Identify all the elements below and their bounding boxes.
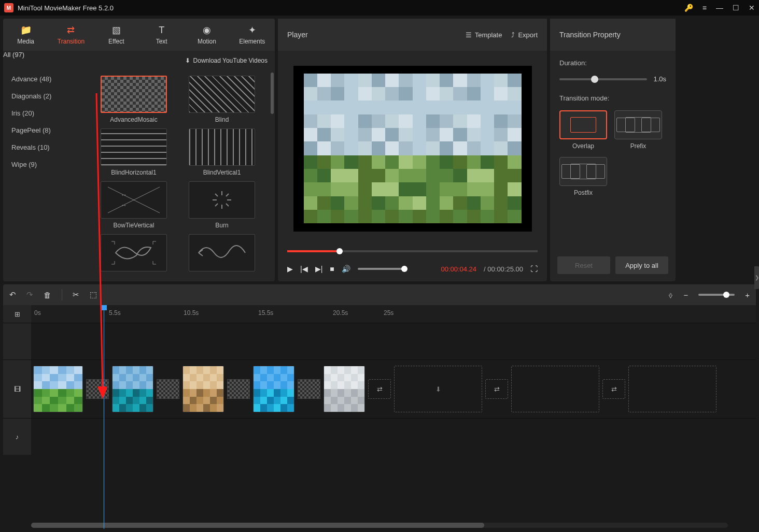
- transition-item[interactable]: [189, 234, 255, 271]
- mode-prefix[interactable]: [614, 110, 662, 139]
- duration-slider[interactable]: [559, 78, 647, 80]
- transition-slot[interactable]: [86, 379, 109, 399]
- transition-slot[interactable]: [298, 379, 320, 399]
- scrub-bar[interactable]: [278, 246, 547, 256]
- add-track-button[interactable]: ⊞: [3, 305, 31, 323]
- undo-button[interactable]: ↶: [9, 290, 16, 299]
- clip[interactable]: [33, 366, 83, 412]
- svg-text:↔: ↔: [121, 191, 127, 198]
- transition-bowtievertical[interactable]: ↔↔: [101, 181, 167, 219]
- overlay-track-icon: [3, 323, 31, 360]
- stop-button[interactable]: ■: [330, 265, 334, 273]
- time-ruler[interactable]: 0s 5.5s 10.5s 15.5s 20.5s 25s: [31, 305, 756, 323]
- tab-media[interactable]: 📁Media: [3, 19, 48, 51]
- transition-blind[interactable]: [189, 76, 255, 113]
- video-track-icon: 🎞: [3, 360, 31, 418]
- horizontal-scrollbar[interactable]: [31, 523, 728, 528]
- property-panel: Transition Property Duration: 1.0s Trans…: [550, 19, 676, 281]
- category-wipe[interactable]: Wipe (9): [3, 156, 81, 173]
- clip[interactable]: [324, 366, 365, 412]
- svg-text:↔: ↔: [121, 202, 127, 209]
- category-all[interactable]: All (97): [3, 51, 81, 70]
- drop-zone[interactable]: [628, 366, 716, 412]
- category-iris[interactable]: Iris (20): [3, 105, 81, 122]
- fullscreen-button[interactable]: ⛶: [530, 265, 538, 273]
- download-youtube-link[interactable]: ⬇Download YouTube Videos: [81, 51, 275, 70]
- apply-all-button[interactable]: Apply to all: [615, 256, 668, 274]
- transition-slot[interactable]: [157, 379, 179, 399]
- play-button[interactable]: ▶: [287, 265, 293, 273]
- tab-motion[interactable]: ◉Motion: [184, 19, 229, 51]
- scrollbar[interactable]: [271, 73, 274, 114]
- delete-button[interactable]: 🗑: [44, 291, 51, 299]
- transition-placeholder[interactable]: ⇄: [485, 379, 508, 399]
- zoom-in-button[interactable]: +: [745, 291, 750, 299]
- prev-frame-button[interactable]: |◀: [300, 265, 308, 273]
- transition-item[interactable]: [101, 234, 167, 271]
- category-pagepeel[interactable]: PagePeel (8): [3, 122, 81, 139]
- snap-icon[interactable]: ⎀: [668, 291, 673, 299]
- transition-placeholder[interactable]: ⇄: [602, 379, 625, 399]
- category-advance[interactable]: Advance (48): [3, 70, 81, 88]
- clip[interactable]: [112, 366, 153, 412]
- transition-grid: AdvancedMosaic Blind BlindHorizontal1 Bl…: [81, 70, 275, 281]
- category-list: Advance (48) Diagonals (2) Iris (20) Pag…: [3, 70, 81, 281]
- playhead[interactable]: [104, 305, 104, 529]
- property-title: Transition Property: [550, 19, 676, 51]
- volume-slider[interactable]: [358, 268, 404, 270]
- transition-blindvertical1[interactable]: [189, 128, 255, 166]
- next-frame-button[interactable]: ▶|: [315, 265, 323, 273]
- tab-label: Media: [17, 38, 34, 45]
- tab-transition[interactable]: ⇄Transition: [48, 19, 93, 51]
- tab-label: Text: [156, 38, 167, 45]
- volume-icon[interactable]: 🔊: [342, 265, 350, 273]
- tab-text[interactable]: TText: [139, 19, 184, 51]
- zoom-slider[interactable]: [698, 294, 735, 296]
- clip[interactable]: [253, 366, 294, 412]
- minimize-button[interactable]: —: [716, 4, 723, 12]
- app-logo-icon: M: [4, 3, 13, 12]
- transition-blindhorizontal1[interactable]: [101, 128, 167, 166]
- tab-elements[interactable]: ✦Elements: [230, 19, 275, 51]
- player-panel: Player ☰Template ⤴Export ▶ |◀ ▶| ■ 🔊 00:…: [278, 19, 547, 281]
- thumb-label: BowTieVertical: [114, 222, 154, 229]
- category-diagonals[interactable]: Diagonals (2): [3, 88, 81, 105]
- mode-postfix[interactable]: [559, 157, 607, 186]
- duration-value: 1.0s: [653, 75, 666, 83]
- zoom-out-button[interactable]: −: [683, 291, 688, 299]
- tab-effect[interactable]: ▧Effect: [94, 19, 139, 51]
- folder-icon: 📁: [20, 24, 32, 36]
- mode-overlap[interactable]: [559, 110, 607, 139]
- upload-icon: ⤴: [511, 31, 515, 39]
- transition-slot[interactable]: [227, 379, 250, 399]
- panel-collapse-button[interactable]: ❯: [754, 266, 759, 289]
- export-button[interactable]: ⤴Export: [511, 31, 538, 39]
- key-icon[interactable]: 🔑: [684, 4, 693, 12]
- transition-placeholder[interactable]: ⇄: [368, 379, 391, 399]
- btn-label: Export: [518, 31, 538, 39]
- maximize-button[interactable]: ☐: [733, 4, 739, 12]
- timeline: ⊞ 0s 5.5s 10.5s 15.5s 20.5s 25s 🎞 ⇄ ⬇ ⇄ …: [3, 305, 756, 529]
- drop-zone[interactable]: ⬇: [394, 366, 482, 412]
- close-button[interactable]: ✕: [749, 4, 755, 12]
- scrub-handle[interactable]: [336, 248, 343, 254]
- crop-button[interactable]: ⬚: [90, 290, 97, 299]
- clip[interactable]: [182, 366, 224, 412]
- time-current: 00:00:04.24: [441, 265, 476, 273]
- hamburger-menu-icon[interactable]: ≡: [702, 4, 707, 12]
- reset-button[interactable]: Reset: [557, 256, 610, 274]
- transition-burn[interactable]: [189, 181, 255, 219]
- template-button[interactable]: ☰Template: [466, 31, 502, 39]
- split-button[interactable]: ✂: [73, 290, 79, 299]
- ruler-mark: 25s: [384, 309, 393, 317]
- transition-advancedmosaic[interactable]: [101, 76, 167, 113]
- thumb-label: AdvancedMosaic: [110, 116, 157, 123]
- text-icon: T: [159, 25, 164, 36]
- redo-button[interactable]: ↷: [26, 290, 33, 299]
- motion-icon: ◉: [203, 24, 211, 36]
- time-total: / 00:00:25.00: [484, 265, 523, 273]
- drop-zone[interactable]: [511, 366, 599, 412]
- app-title: MiniTool MovieMaker Free 5.2.0: [18, 4, 684, 12]
- thumb-label: BlindVertical1: [203, 169, 241, 176]
- category-reveals[interactable]: Reveals (10): [3, 139, 81, 156]
